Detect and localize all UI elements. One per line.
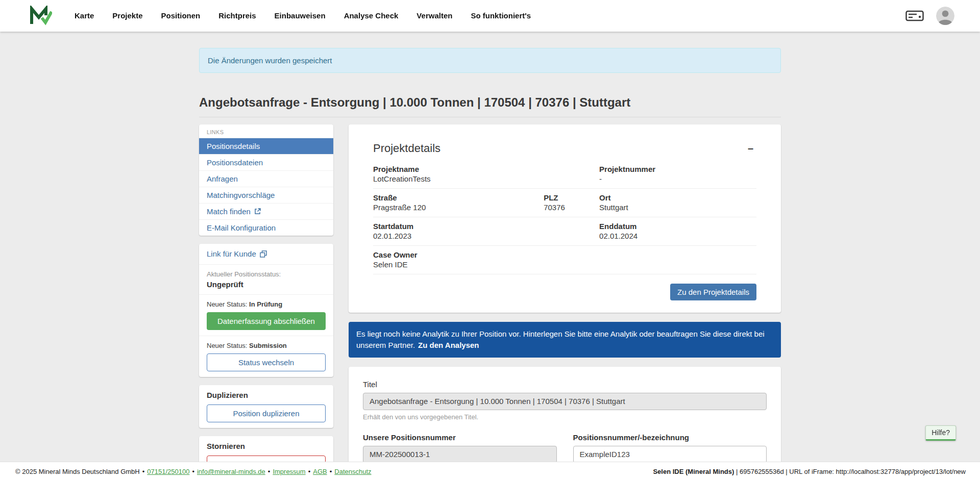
go-to-analyses-link[interactable]: Zu den Analysen [418,341,479,349]
projektname-value: LotCreationTests [373,174,544,183]
footer-impressum-link[interactable]: Impressum [273,468,305,475]
new-status-line-2: Neuer Status: Submission [207,342,326,349]
new-status-prefix: Neuer Status: [207,342,249,349]
sidebar-item-email-konfiguration[interactable]: E-Mail Konfiguration [199,219,333,236]
sidebar-item-label: Matchingvorschläge [207,191,275,199]
footer-copyright: © 2025 Mineral Minds Deutschland GmbH [15,468,140,475]
sidebar-item-label: E-Mail Konfiguration [207,223,276,232]
nav-item-karte[interactable]: Karte [75,11,94,20]
main-column: Projektdetails – Projektname LotCreation… [349,124,781,462]
titel-label: Titel [363,380,767,389]
duplicate-card: Duplizieren Position duplizieren [199,385,333,428]
project-row-2: Straße Pragstraße 120 PLZ 70376 Ort Stut… [373,189,756,217]
status-card: Link für Kunde Aktueller Positionsstatus… [199,244,333,377]
nav-item-richtpreis[interactable]: Richtpreis [218,11,256,20]
current-status-value: Ungeprüft [207,280,326,289]
plz-label: PLZ [544,193,599,202]
cancel-dropdown-button[interactable]: Stornieren ▾ [207,455,326,462]
duplicate-header: Duplizieren [207,391,326,399]
extnr-input[interactable] [573,446,767,462]
brand-logo[interactable] [29,6,52,26]
nav-item-positionen[interactable]: Positionen [161,11,201,20]
new-status-prefix: Neuer Status: [207,300,249,308]
footer-separator: • [308,468,311,475]
sidebar-links-card: LINKS Positionsdetails Positionsdateien … [199,124,333,236]
startdatum-value: 02.01.2023 [373,232,544,240]
external-link-icon [254,208,261,215]
navbar-right [905,7,954,25]
copy-icon [260,250,267,258]
footer-session-info: Selen IDE (Mineral Minds) | 69576255536d… [653,468,966,475]
projektname-label: Projektname [373,165,544,173]
sidebar-item-label: Positionsdateien [207,158,263,167]
project-details-title: Projektdetails [373,142,440,155]
sidebar-item-matchingvorschlaege[interactable]: Matchingvorschläge [199,187,333,203]
sidebar-item-match-finden[interactable]: Match finden [199,203,333,219]
card-terminal-icon[interactable] [905,9,924,22]
footer: © 2025 Mineral Minds Deutschland GmbH • … [0,462,980,481]
ort-value: Stuttgart [599,203,756,212]
page-title: Angebotsanfrage - Entsorgung | 10.000 To… [199,95,781,117]
analytics-banner-text: Es liegt noch keine Analytik zu Ihrer Po… [356,330,765,349]
projektnummer-value: - [599,174,756,183]
footer-agb-link[interactable]: AGB [313,468,327,475]
titel-help: Erhält den von uns vorgegebenen Titel. [363,413,767,421]
new-status-value-2: Submission [249,342,287,349]
startdatum-label: Startdatum [373,222,544,231]
saved-alert-text: Die Änderungen wurden gespeichert [208,56,332,65]
strasse-value: Pragstraße 120 [373,203,544,212]
sidebar-item-label: Positionsdetails [207,142,260,150]
case-owner-value: Selen IDE [373,260,544,269]
projektnummer-label: Projektnummer [599,165,756,173]
footer-separator: • [192,468,194,475]
help-button[interactable]: Hilfe? [925,425,956,441]
project-details-card: Projektdetails – Projektname LotCreation… [349,124,781,313]
footer-left: © 2025 Mineral Minds Deutschland GmbH • … [15,468,372,475]
sidebar-item-positionsdateien[interactable]: Positionsdateien [199,154,333,170]
posnr-input [363,446,557,462]
extnr-label: Positionsnummer/-bezeichnung [573,433,767,442]
mineral-minds-logo-icon [29,6,52,26]
content-area: Die Änderungen wurden gespeichert Angebo… [0,32,980,462]
switch-status-button[interactable]: Status wechseln [207,353,326,371]
links-header: LINKS [199,124,333,138]
sidebar-item-label: Match finden [207,207,251,216]
customer-link-label: Link für Kunde [207,249,256,258]
customer-link[interactable]: Link für Kunde [207,249,267,258]
finish-data-entry-button[interactable]: Datenerfassung abschließen [207,312,326,330]
nav-item-projekte[interactable]: Projekte [112,11,142,20]
new-status-value-1: In Prüfung [249,300,282,308]
nav-item-verwalten[interactable]: Verwalten [416,11,452,20]
duplicate-position-button[interactable]: Position duplizieren [207,404,326,422]
project-row-3: Startdatum 02.01.2023 Enddatum 02.01.202… [373,217,756,246]
sidebar-item-positionsdetails[interactable]: Positionsdetails [199,138,333,154]
footer-datenschutz-link[interactable]: Datenschutz [334,468,371,475]
analytics-banner: Es liegt noch keine Analytik zu Ihrer Po… [349,322,781,358]
posnr-label: Unsere Positionsnummer [363,433,557,442]
project-row-4: Case Owner Selen IDE [373,246,756,274]
sidebar-item-label: Anfragen [207,174,238,183]
plz-value: 70376 [544,203,599,212]
go-to-project-details-button[interactable]: Zu den Projektdetails [670,284,756,300]
footer-separator: • [330,468,332,475]
sidebar-item-anfragen[interactable]: Anfragen [199,170,333,187]
sidebar: LINKS Positionsdetails Positionsdateien … [199,124,333,462]
footer-user: Selen IDE (Mineral Minds) [653,468,734,475]
position-form-card: Titel Erhält den von uns vorgegebenen Ti… [349,367,781,462]
cancel-card: Stornieren Stornieren ▾ [199,436,333,462]
person-icon [936,7,954,25]
collapse-icon[interactable]: – [745,142,756,154]
footer-session-details: | 69576255536d | URL of iFrame: http://l… [734,468,966,475]
nav-item-einbauweisen[interactable]: Einbauweisen [275,11,326,20]
footer-separator: • [142,468,145,475]
nav-item-analyse-check[interactable]: Analyse Check [344,11,399,20]
enddatum-value: 02.01.2024 [599,232,756,240]
strasse-label: Straße [373,193,544,202]
footer-phone-link[interactable]: 07151/250100 [147,468,189,475]
footer-separator: • [268,468,271,475]
user-avatar[interactable] [936,7,954,25]
top-navbar: Karte Projekte Positionen Richtpreis Ein… [0,0,980,32]
current-status-label: Aktueller Positionsstatus: [207,270,326,278]
footer-email-link[interactable]: info@mineral-minds.de [197,468,265,475]
nav-item-so-funktionierts[interactable]: So funktioniert's [471,11,531,20]
